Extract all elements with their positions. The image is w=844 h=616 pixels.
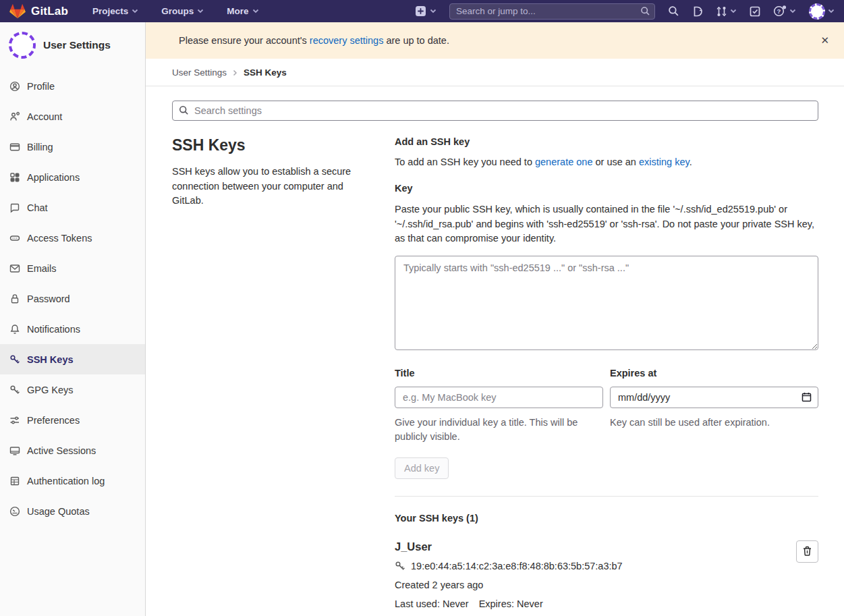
key-label: Key [395,183,818,194]
settings-search-input[interactable] [172,101,818,121]
projects-menu[interactable]: Projects [92,6,138,16]
banner-close-button[interactable]: ✕ [820,34,829,47]
ssh-key-expires: Expires: Never [479,598,543,609]
breadcrumb-current: SSH Keys [244,67,287,78]
sidebar-item-label: Preferences [27,415,80,426]
sidebar-item-notifications[interactable]: Notifications [0,314,145,344]
issues-icon [692,6,703,17]
global-search-input[interactable] [449,3,655,20]
ssh-key-row: J_User 19:e0:44:a5:14:c2:3a:e8:f8:48:8b:… [395,540,818,609]
sidebar-item-chat[interactable]: Chat [0,192,145,223]
chevron-down-icon [730,9,737,13]
sidebar-item-label: Account [27,111,62,122]
groups-menu-label: Groups [161,6,194,16]
monitor-icon [9,445,20,456]
issues-button[interactable] [692,6,703,17]
recovery-settings-link[interactable]: recovery settings [310,35,384,46]
alert-banner: Please ensure your account's recovery se… [146,22,844,59]
sidebar-item-usage-quotas[interactable]: Usage Quotas [0,496,145,526]
banner-text: Please ensure your account's recovery se… [179,35,449,46]
key-icon [9,354,20,365]
title-label: Title [395,368,603,379]
sidebar-item-label: Usage Quotas [27,506,90,517]
search-icon [668,5,679,17]
ssh-key-name[interactable]: J_User [395,540,623,553]
key-help-text: Paste your public SSH key, which is usua… [395,202,818,246]
top-navbar: GitLab Projects Groups More [0,0,844,22]
search-button[interactable] [668,5,679,17]
groups-menu[interactable]: Groups [161,6,204,16]
sidebar-item-profile[interactable]: Profile [0,71,145,101]
calendar-icon[interactable] [801,392,812,402]
sidebar-item-preferences[interactable]: Preferences [0,405,145,435]
avatar [809,3,825,20]
page-title: SSH Keys [172,136,376,155]
sidebar-item-account[interactable]: Account [0,101,145,132]
generate-one-link[interactable]: generate one [535,157,592,167]
sidebar-item-label: Authentication log [27,476,105,486]
expires-date-input[interactable] [610,387,818,408]
title-help-text: Give your individual key a title. This w… [395,416,603,444]
sidebar-item-active-sessions[interactable]: Active Sessions [0,435,145,466]
gauge-icon [9,506,20,517]
bell-icon [9,324,20,335]
profile-icon [9,81,20,92]
add-key-button[interactable]: Add key [395,457,449,479]
sidebar-item-gpg-keys[interactable]: GPG Keys [0,374,145,405]
sidebar-item-label: Billing [27,142,53,152]
sliders-icon [9,415,20,426]
sidebar-item-ssh-keys[interactable]: SSH Keys [0,344,145,374]
sidebar-item-billing[interactable]: Billing [0,132,145,162]
sidebar-item-authentication-log[interactable]: Authentication log [0,466,145,496]
chevron-right-icon [233,69,237,76]
main-content: Please ensure your account's recovery se… [146,22,844,616]
new-item-menu[interactable] [415,5,437,17]
ssh-key-textarea[interactable] [395,256,818,350]
delete-key-button[interactable] [796,540,818,563]
ssh-key-fingerprint: 19:e0:44:a5:14:c2:3a:e8:f8:48:8b:63:5b:5… [411,561,623,571]
title-input[interactable] [395,387,603,408]
help-icon: ? [773,5,787,17]
gitlab-home-link[interactable]: GitLab [9,3,68,20]
help-menu[interactable]: ? [773,5,796,17]
settings-sidebar: User Settings Profile Account Billing Ap… [0,22,146,616]
account-icon [9,111,20,122]
banner-text-after: are up to date. [383,35,449,46]
todo-check-icon [750,6,760,17]
lock-icon [9,293,20,304]
global-search [449,3,655,20]
sidebar-item-label: SSH Keys [27,354,74,365]
your-ssh-keys-heading: Your SSH keys (1) [395,513,818,524]
banner-text-before: Please ensure your account's [179,35,310,46]
section-divider [395,496,818,497]
key-icon [395,561,405,571]
todos-button[interactable] [750,6,760,17]
search-icon [640,6,650,16]
sidebar-item-label: Chat [27,202,48,213]
sidebar-title: User Settings [43,39,111,51]
more-menu[interactable]: More [227,6,258,16]
sidebar-item-emails[interactable]: Emails [0,253,145,283]
plus-square-icon [415,5,426,17]
chevron-down-icon [828,9,835,13]
billing-icon [9,142,20,152]
sidebar-item-label: Password [27,293,70,304]
expires-field-group: Expires at Key can still be used after e… [610,368,818,444]
ssh-key-details: J_User 19:e0:44:a5:14:c2:3a:e8:f8:48:8b:… [395,540,623,609]
existing-key-link[interactable]: existing key [639,157,690,167]
access-tokens-icon [9,233,20,244]
title-field-group: Title Give your individual key a title. … [395,368,603,444]
projects-menu-label: Projects [92,6,128,16]
avatar [9,32,36,59]
sidebar-item-label: Profile [27,81,55,92]
sidebar-item-access-tokens[interactable]: Access Tokens [0,223,145,253]
merge-request-icon [716,6,727,17]
sidebar-item-password[interactable]: Password [0,283,145,314]
sidebar-item-applications[interactable]: Applications [0,162,145,192]
merge-requests-menu[interactable] [716,6,737,17]
log-table-icon [9,476,20,486]
sidebar-item-label: Emails [27,263,57,274]
user-menu[interactable] [809,3,835,20]
sidebar-item-label: GPG Keys [27,385,74,395]
breadcrumb-parent[interactable]: User Settings [172,67,227,78]
